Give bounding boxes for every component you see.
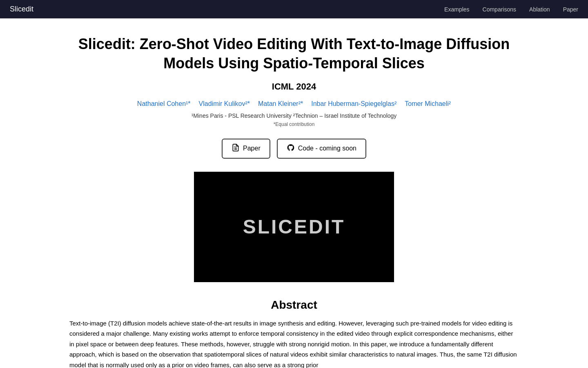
abstract-heading: Abstract xyxy=(57,298,531,312)
equal-contribution: *Equal contribution xyxy=(57,121,531,127)
hero-logo-text: SLICEDIT xyxy=(243,215,345,238)
nav-link-examples[interactable]: Examples xyxy=(444,6,469,13)
abstract-body: Text-to-image (T2I) diffusion models ach… xyxy=(69,318,519,368)
nav-brand[interactable]: Slicedit xyxy=(10,5,33,13)
code-button-label: Code - coming soon xyxy=(298,145,356,152)
github-icon xyxy=(287,144,295,154)
author-3[interactable]: Matan Kleiner²* xyxy=(258,100,303,108)
action-buttons: Paper Code - coming soon xyxy=(57,139,531,159)
nav-links: Examples Comparisons Ablation Paper xyxy=(444,6,578,13)
author-5[interactable]: Tomer Michaeli² xyxy=(405,100,451,108)
code-button[interactable]: Code - coming soon xyxy=(277,139,366,159)
navbar: Slicedit Examples Comparisons Ablation P… xyxy=(0,0,588,18)
nav-link-paper[interactable]: Paper xyxy=(563,6,578,13)
author-2[interactable]: Vladimir Kulikov²* xyxy=(199,100,250,108)
paper-title: Slicedit: Zero-Shot Video Editing With T… xyxy=(57,35,531,73)
pdf-icon xyxy=(232,144,240,154)
authors-list: Nathaniel Cohen¹* Vladimir Kulikov²* Mat… xyxy=(57,100,531,108)
affiliations: ¹Mines Paris - PSL Research University ²… xyxy=(57,112,531,119)
paper-button[interactable]: Paper xyxy=(222,139,270,159)
author-4[interactable]: Inbar Huberman-Spiegelglas² xyxy=(311,100,396,108)
nav-link-comparisons[interactable]: Comparisons xyxy=(483,6,516,13)
paper-button-label: Paper xyxy=(243,145,261,152)
hero-image: SLICEDIT xyxy=(194,172,394,282)
paper-venue: ICML 2024 xyxy=(57,81,531,92)
main-content: Slicedit: Zero-Shot Video Editing With T… xyxy=(49,18,539,368)
author-1[interactable]: Nathaniel Cohen¹* xyxy=(137,100,191,108)
nav-link-ablation[interactable]: Ablation xyxy=(529,6,550,13)
